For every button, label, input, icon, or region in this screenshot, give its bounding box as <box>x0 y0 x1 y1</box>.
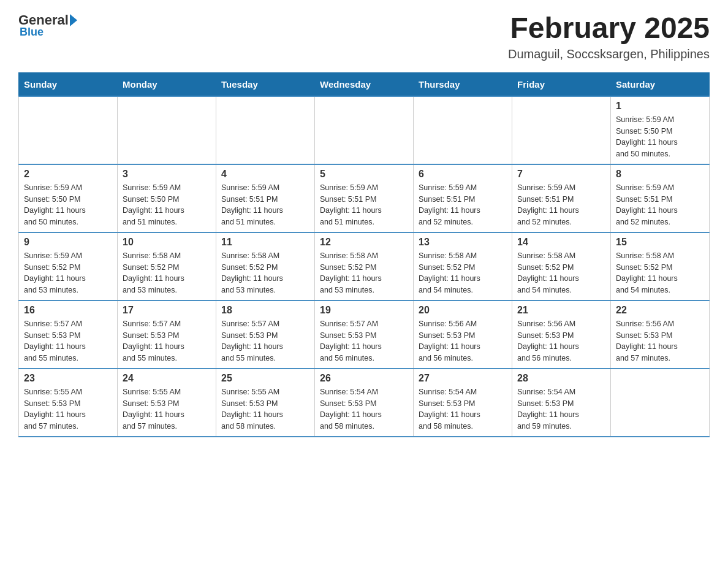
table-row: 23Sunrise: 5:55 AMSunset: 5:53 PMDayligh… <box>19 369 118 437</box>
table-row: 26Sunrise: 5:54 AMSunset: 5:53 PMDayligh… <box>315 369 414 437</box>
day-number: 3 <box>123 169 211 180</box>
day-info: Sunrise: 5:57 AMSunset: 5:53 PMDaylight:… <box>123 318 211 364</box>
day-info: Sunrise: 5:59 AMSunset: 5:50 PMDaylight:… <box>616 114 704 160</box>
table-row: 25Sunrise: 5:55 AMSunset: 5:53 PMDayligh… <box>216 369 315 437</box>
table-row: 5Sunrise: 5:59 AMSunset: 5:51 PMDaylight… <box>315 164 414 232</box>
day-number: 27 <box>419 373 507 384</box>
day-info: Sunrise: 5:54 AMSunset: 5:53 PMDaylight:… <box>419 386 507 432</box>
day-number: 26 <box>320 373 408 384</box>
table-row <box>216 96 315 164</box>
col-thursday: Thursday <box>414 72 512 96</box>
table-row: 15Sunrise: 5:58 AMSunset: 5:52 PMDayligh… <box>611 232 710 301</box>
day-number: 19 <box>320 305 408 316</box>
day-info: Sunrise: 5:58 AMSunset: 5:52 PMDaylight:… <box>419 250 507 296</box>
col-wednesday: Wednesday <box>315 72 414 96</box>
col-saturday: Saturday <box>611 72 710 96</box>
day-info: Sunrise: 5:58 AMSunset: 5:52 PMDaylight:… <box>123 250 211 296</box>
table-row: 8Sunrise: 5:59 AMSunset: 5:51 PMDaylight… <box>611 164 710 232</box>
day-info: Sunrise: 5:57 AMSunset: 5:53 PMDaylight:… <box>221 318 309 364</box>
day-number: 22 <box>616 305 704 316</box>
day-info: Sunrise: 5:55 AMSunset: 5:53 PMDaylight:… <box>123 386 211 432</box>
day-number: 21 <box>517 305 605 316</box>
day-number: 15 <box>616 237 704 248</box>
day-info: Sunrise: 5:59 AMSunset: 5:51 PMDaylight:… <box>419 182 507 228</box>
table-row: 18Sunrise: 5:57 AMSunset: 5:53 PMDayligh… <box>216 301 315 369</box>
day-number: 1 <box>616 101 704 112</box>
day-info: Sunrise: 5:59 AMSunset: 5:51 PMDaylight:… <box>616 182 704 228</box>
calendar-week-row: 2Sunrise: 5:59 AMSunset: 5:50 PMDaylight… <box>19 164 710 232</box>
calendar-week-row: 1Sunrise: 5:59 AMSunset: 5:50 PMDaylight… <box>19 96 710 164</box>
day-number: 17 <box>123 305 211 316</box>
table-row: 21Sunrise: 5:56 AMSunset: 5:53 PMDayligh… <box>512 301 611 369</box>
logo-arrow-icon <box>70 14 77 26</box>
calendar-table: Sunday Monday Tuesday Wednesday Thursday… <box>18 72 710 437</box>
day-info: Sunrise: 5:59 AMSunset: 5:51 PMDaylight:… <box>517 182 605 228</box>
day-info: Sunrise: 5:54 AMSunset: 5:53 PMDaylight:… <box>517 386 605 432</box>
calendar-week-row: 23Sunrise: 5:55 AMSunset: 5:53 PMDayligh… <box>19 369 710 437</box>
day-number: 8 <box>616 169 704 180</box>
table-row <box>315 96 414 164</box>
table-row: 7Sunrise: 5:59 AMSunset: 5:51 PMDaylight… <box>512 164 611 232</box>
day-number: 6 <box>419 169 507 180</box>
day-info: Sunrise: 5:58 AMSunset: 5:52 PMDaylight:… <box>517 250 605 296</box>
day-number: 16 <box>24 305 112 316</box>
day-number: 7 <box>517 169 605 180</box>
day-info: Sunrise: 5:59 AMSunset: 5:52 PMDaylight:… <box>24 250 112 296</box>
day-number: 9 <box>24 237 112 248</box>
day-number: 28 <box>517 373 605 384</box>
table-row: 19Sunrise: 5:57 AMSunset: 5:53 PMDayligh… <box>315 301 414 369</box>
title-area: February 2025 Dumaguil, Soccsksargen, Ph… <box>508 12 710 61</box>
col-monday: Monday <box>118 72 216 96</box>
table-row <box>118 96 216 164</box>
table-row: 2Sunrise: 5:59 AMSunset: 5:50 PMDaylight… <box>19 164 118 232</box>
day-number: 12 <box>320 237 408 248</box>
table-row: 16Sunrise: 5:57 AMSunset: 5:53 PMDayligh… <box>19 301 118 369</box>
table-row: 27Sunrise: 5:54 AMSunset: 5:53 PMDayligh… <box>414 369 512 437</box>
day-number: 20 <box>419 305 507 316</box>
day-number: 4 <box>221 169 309 180</box>
page-title: February 2025 <box>508 12 710 45</box>
day-info: Sunrise: 5:56 AMSunset: 5:53 PMDaylight:… <box>517 318 605 364</box>
day-number: 18 <box>221 305 309 316</box>
table-row: 22Sunrise: 5:56 AMSunset: 5:53 PMDayligh… <box>611 301 710 369</box>
day-info: Sunrise: 5:54 AMSunset: 5:53 PMDaylight:… <box>320 386 408 432</box>
table-row: 10Sunrise: 5:58 AMSunset: 5:52 PMDayligh… <box>118 232 216 301</box>
table-row: 3Sunrise: 5:59 AMSunset: 5:50 PMDaylight… <box>118 164 216 232</box>
calendar-header-row: Sunday Monday Tuesday Wednesday Thursday… <box>19 72 710 96</box>
table-row <box>19 96 118 164</box>
day-info: Sunrise: 5:59 AMSunset: 5:50 PMDaylight:… <box>123 182 211 228</box>
day-info: Sunrise: 5:58 AMSunset: 5:52 PMDaylight:… <box>221 250 309 296</box>
col-sunday: Sunday <box>19 72 118 96</box>
day-number: 24 <box>123 373 211 384</box>
col-tuesday: Tuesday <box>216 72 315 96</box>
day-number: 25 <box>221 373 309 384</box>
day-info: Sunrise: 5:56 AMSunset: 5:53 PMDaylight:… <box>419 318 507 364</box>
table-row: 4Sunrise: 5:59 AMSunset: 5:51 PMDaylight… <box>216 164 315 232</box>
day-number: 23 <box>24 373 112 384</box>
day-number: 10 <box>123 237 211 248</box>
table-row: 1Sunrise: 5:59 AMSunset: 5:50 PMDaylight… <box>611 96 710 164</box>
table-row: 6Sunrise: 5:59 AMSunset: 5:51 PMDaylight… <box>414 164 512 232</box>
table-row: 9Sunrise: 5:59 AMSunset: 5:52 PMDaylight… <box>19 232 118 301</box>
logo: General Blue <box>18 12 77 39</box>
day-info: Sunrise: 5:56 AMSunset: 5:53 PMDaylight:… <box>616 318 704 364</box>
header: General Blue February 2025 Dumaguil, Soc… <box>18 12 710 61</box>
day-number: 2 <box>24 169 112 180</box>
calendar-week-row: 16Sunrise: 5:57 AMSunset: 5:53 PMDayligh… <box>19 301 710 369</box>
page-subtitle: Dumaguil, Soccsksargen, Philippines <box>508 47 710 61</box>
logo-blue: Blue <box>20 26 44 39</box>
table-row: 12Sunrise: 5:58 AMSunset: 5:52 PMDayligh… <box>315 232 414 301</box>
day-number: 11 <box>221 237 309 248</box>
day-info: Sunrise: 5:55 AMSunset: 5:53 PMDaylight:… <box>24 386 112 432</box>
day-number: 5 <box>320 169 408 180</box>
table-row: 11Sunrise: 5:58 AMSunset: 5:52 PMDayligh… <box>216 232 315 301</box>
table-row: 17Sunrise: 5:57 AMSunset: 5:53 PMDayligh… <box>118 301 216 369</box>
table-row: 28Sunrise: 5:54 AMSunset: 5:53 PMDayligh… <box>512 369 611 437</box>
day-info: Sunrise: 5:58 AMSunset: 5:52 PMDaylight:… <box>616 250 704 296</box>
table-row <box>512 96 611 164</box>
table-row: 14Sunrise: 5:58 AMSunset: 5:52 PMDayligh… <box>512 232 611 301</box>
day-info: Sunrise: 5:55 AMSunset: 5:53 PMDaylight:… <box>221 386 309 432</box>
day-info: Sunrise: 5:58 AMSunset: 5:52 PMDaylight:… <box>320 250 408 296</box>
table-row: 13Sunrise: 5:58 AMSunset: 5:52 PMDayligh… <box>414 232 512 301</box>
day-number: 14 <box>517 237 605 248</box>
